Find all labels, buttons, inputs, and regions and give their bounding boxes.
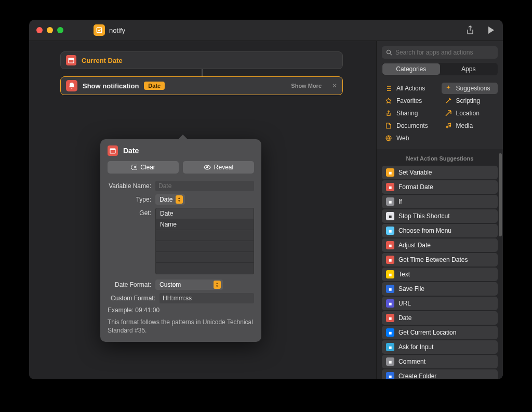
type-select[interactable]: Date ▴▾	[155, 194, 185, 205]
zoom-window-button[interactable]	[57, 27, 63, 33]
notification-icon	[66, 80, 77, 91]
share-button[interactable]	[466, 25, 475, 35]
suggestion-label: Format Date	[398, 183, 433, 191]
wand2-icon	[445, 98, 452, 104]
suggestion-item[interactable]: ■Set Variable	[382, 166, 498, 179]
search-input[interactable]	[382, 46, 498, 59]
suggestion-item[interactable]: ■Date	[382, 311, 498, 325]
app-icon	[94, 24, 105, 36]
variable-name-input[interactable]	[155, 181, 254, 191]
svg-rect-4	[110, 149, 115, 150]
svg-rect-2	[69, 58, 74, 60]
variable-name-label: Variable Name:	[108, 181, 155, 190]
suggestion-item[interactable]: ■Text	[382, 268, 498, 281]
get-option-date[interactable]: Date	[156, 208, 254, 219]
workflow-canvas[interactable]: Current Date Show notification Date Show…	[29, 41, 376, 379]
suggestion-icon: ■	[386, 270, 394, 278]
current-date-node[interactable]: Current Date	[60, 51, 343, 69]
popover-title: Date	[123, 147, 139, 155]
suggestion-item[interactable]: ■Get Current Location	[382, 326, 498, 339]
date-format-label: Date Format:	[108, 280, 155, 288]
suggestion-item[interactable]: ■Choose from Menu	[382, 224, 498, 237]
custom-format-label: Custom Format:	[108, 293, 159, 302]
chevron-updown-icon: ▴▾	[214, 281, 221, 289]
suggestion-item[interactable]: ■Create Folder	[382, 369, 498, 379]
type-label: Type:	[108, 194, 155, 203]
minimize-window-button[interactable]	[47, 27, 53, 33]
suggestion-label: Comment	[398, 358, 425, 365]
suggestion-item[interactable]: ■Stop This Shortcut	[382, 209, 498, 223]
suggestion-icon: ■	[386, 212, 394, 220]
scrollbar-thumb[interactable]	[499, 153, 502, 236]
suggestion-icon: ■	[386, 227, 394, 235]
suggestion-label: Adjust Date	[398, 242, 431, 249]
suggestion-icon: ■	[386, 183, 394, 191]
category-sharing[interactable]: Sharing	[382, 108, 438, 119]
clear-button[interactable]: Clear	[108, 161, 179, 174]
suggestions-header: Next Action Suggestions	[380, 153, 500, 165]
date-format-select[interactable]: Custom ▴▾	[155, 280, 223, 290]
suggestion-label: Stop This Shortcut	[398, 212, 450, 220]
category-suggestions[interactable]: Suggestions	[442, 83, 498, 94]
show-notification-action[interactable]: Show notification Date Show More ✕	[60, 76, 343, 95]
variable-popover: Date Clear Reveal Variable Name:	[100, 139, 261, 342]
suggestion-item[interactable]: ■Get Time Between Dates	[382, 253, 498, 267]
suggestion-label: Date	[398, 314, 411, 322]
format-example: Example: 09:41:00	[108, 307, 254, 314]
close-window-button[interactable]	[36, 27, 43, 33]
suggestion-item[interactable]: ■If	[382, 195, 498, 208]
suggestion-item[interactable]: ■Comment	[382, 355, 498, 368]
app-window: notify Current Date Show notif	[29, 20, 503, 379]
category-scripting[interactable]: Scripting	[442, 95, 498, 107]
suggestion-item[interactable]: ■Adjust Date	[382, 238, 498, 252]
category-favorites[interactable]: Favorites	[382, 95, 438, 107]
calendar-icon	[66, 55, 76, 65]
category-location[interactable]: Location	[442, 108, 498, 119]
action-param-pill[interactable]: Date	[144, 82, 165, 90]
suggestions-panel: Next Action Suggestions ■Set Variable■Fo…	[377, 149, 503, 379]
category-grid: All ActionsSuggestionsFavoritesScripting…	[377, 81, 503, 149]
custom-format-input[interactable]	[159, 293, 254, 303]
suggestion-label: Get Time Between Dates	[398, 256, 468, 263]
suggestion-label: Ask for Input	[398, 343, 433, 351]
suggestion-label: Create Folder	[398, 373, 436, 379]
suggestion-icon: ■	[386, 357, 394, 366]
suggestion-icon: ■	[386, 285, 394, 293]
suggestion-icon: ■	[386, 168, 394, 177]
category-media[interactable]: Media	[442, 120, 498, 131]
titlebar: notify	[29, 20, 503, 41]
run-button[interactable]	[486, 25, 496, 35]
suggestion-icon: ■	[386, 328, 394, 337]
suggestion-icon: ■	[386, 314, 394, 322]
suggestion-label: Get Current Location	[398, 329, 456, 336]
suggestion-item[interactable]: ■Ask for Input	[382, 340, 498, 354]
chevron-updown-icon: ▴▾	[176, 195, 183, 204]
show-more-button[interactable]: Show More	[291, 83, 322, 89]
suggestion-icon: ■	[386, 372, 394, 379]
arrow-icon	[445, 110, 452, 116]
tab-apps[interactable]: Apps	[440, 63, 498, 75]
suggestion-label: Set Variable	[398, 169, 432, 176]
reveal-button[interactable]: Reveal	[183, 161, 254, 174]
category-documents[interactable]: Documents	[382, 120, 438, 131]
get-listbox[interactable]: Date Name . . . .	[155, 208, 254, 274]
suggestion-item[interactable]: ■URL	[382, 297, 498, 310]
suggestion-icon: ■	[386, 299, 394, 308]
suggestion-item[interactable]: ■Save File	[382, 282, 498, 296]
suggestion-item[interactable]: ■Format Date	[382, 180, 498, 194]
window-title: notify	[109, 26, 125, 34]
tab-categories[interactable]: Categories	[382, 63, 440, 75]
remove-action-button[interactable]: ✕	[332, 82, 337, 89]
svg-point-5	[206, 167, 208, 168]
globe-icon	[385, 135, 392, 141]
suggestion-label: Choose from Menu	[398, 227, 451, 234]
list-icon	[385, 86, 392, 91]
suggestion-icon: ■	[386, 197, 394, 206]
music-icon	[445, 123, 452, 129]
get-option-name[interactable]: Name	[156, 219, 254, 230]
connector	[202, 69, 203, 76]
suggestion-label: URL	[398, 300, 411, 307]
category-all[interactable]: All Actions	[382, 83, 438, 94]
svg-point-8	[387, 50, 391, 54]
category-web[interactable]: Web	[382, 132, 438, 144]
